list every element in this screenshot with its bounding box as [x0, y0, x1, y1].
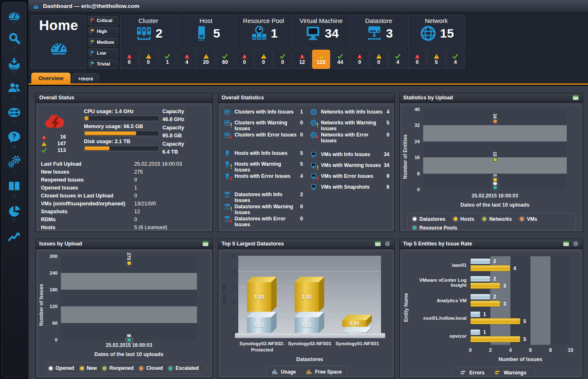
error-badge-icon	[315, 176, 319, 181]
import-icon	[7, 56, 22, 70]
sidebar-item-import[interactable]	[7, 56, 22, 81]
status-icon-column: 16 147 113	[41, 109, 81, 157]
sidebar-item-trends[interactable]	[7, 229, 22, 253]
cluster-card-button[interactable]: Cluster 2	[120, 15, 177, 48]
kv-row: Last Full Upload25.02.2015 16:00:03	[41, 160, 207, 168]
panel-overall-status: Overall Status 16 147 113 CPU usage: 1.4…	[35, 93, 213, 232]
sidebar-item-connections[interactable]	[7, 106, 22, 130]
cluster-warnings-cell[interactable]: 0	[139, 50, 158, 69]
legend-item-datastores[interactable]: Datastores	[413, 216, 445, 222]
kv-row: VMs (on/off/suspended/orphaned)13/21/0/0	[41, 200, 207, 208]
x-category-label: 25.02.2015 16:00:03	[423, 193, 567, 199]
resource-pool-ok-cell[interactable]: 0	[273, 50, 292, 69]
host-ok-cell[interactable]: 60	[216, 50, 234, 69]
book-icon	[7, 179, 22, 193]
network-card-button[interactable]: Network 15	[408, 15, 464, 48]
icon-reflection	[7, 243, 22, 248]
datastore-errors-cell[interactable]: 0	[351, 50, 369, 69]
seglab: 1.02	[295, 322, 319, 328]
legend-item-new[interactable]: New	[80, 365, 97, 371]
severity-critical[interactable]: Critical	[88, 16, 118, 25]
card-title: Datastore	[365, 17, 392, 24]
vm-warnings-cell-selected[interactable]: 122	[312, 50, 331, 69]
legend-item-closed[interactable]: Closed	[139, 365, 163, 371]
hb-xtick: 0	[469, 347, 472, 353]
bar-errors	[470, 258, 490, 264]
network-warnings-cell[interactable]: 5	[427, 50, 446, 69]
data-point-label: 0	[126, 334, 131, 337]
legend-item-vms[interactable]: VMs	[520, 216, 537, 222]
datastore-warnings-cell[interactable]: 0	[370, 50, 388, 69]
check-icon	[452, 53, 459, 59]
panel-title: Statistics by Upload	[403, 95, 570, 101]
virtual-machine-card-button[interactable]: Virtual Machine 34	[293, 15, 349, 48]
icon-reflection	[7, 119, 22, 124]
panel-title: Top 5 Largest Datastores	[222, 241, 372, 247]
legend-item-escalated[interactable]: Escalated	[169, 365, 199, 371]
vm-ok-cell[interactable]: 44	[331, 50, 349, 69]
data-point-label: 275	[126, 253, 131, 260]
sidebar-item-reports[interactable]	[7, 204, 22, 229]
sidebar-item-dashboard[interactable]	[7, 7, 22, 32]
datastores-plot: 0123451.021.931.021.930.050.44	[238, 256, 381, 333]
legend-item-errors[interactable]: Errors	[460, 369, 485, 376]
host-warnings-cell[interactable]: 20	[197, 50, 215, 69]
cluster-errors-cell[interactable]: 0	[120, 50, 139, 69]
vm-errors-cell[interactable]: 12	[293, 50, 311, 69]
table-view-icon[interactable]	[563, 240, 570, 247]
ytick: 120	[50, 304, 58, 309]
resource-pool-errors-cell[interactable]: 0	[235, 50, 254, 69]
network-ok-cell[interactable]: 4	[446, 50, 464, 69]
sidebar-item-settings[interactable]	[7, 155, 22, 179]
severity-high[interactable]: High	[88, 27, 118, 36]
sidebar-item-documentation[interactable]	[7, 179, 22, 204]
legend-item-usage[interactable]: Usage	[272, 369, 296, 375]
kv-row: Closed Issues in Last Upload0	[41, 192, 207, 200]
data-point-networks	[493, 158, 497, 162]
legend-item-networks[interactable]: Networks	[482, 216, 512, 222]
ytick: 180	[50, 287, 58, 292]
resource-pool-card-button[interactable]: Resource Pool 1	[235, 15, 292, 48]
legend-item-reopened[interactable]: Reopened	[103, 365, 134, 371]
host-card-button[interactable]: Host 5	[178, 15, 234, 48]
tab-strip: Overview +more	[28, 72, 588, 85]
tab-more[interactable]: +more	[72, 73, 99, 83]
host-errors-cell[interactable]: 4	[178, 50, 196, 69]
sidebar-item-help[interactable]	[7, 130, 22, 155]
tab-overview[interactable]: Overview	[31, 73, 71, 83]
cluster-ok-cell[interactable]: 1	[158, 50, 177, 69]
severity-low[interactable]: Low	[88, 48, 118, 58]
panel-title: Issues by Upload	[39, 241, 199, 247]
datastore-ok-cell[interactable]: 4	[389, 50, 407, 69]
x-axis-label: Datastores	[238, 356, 381, 362]
bar-warnings	[470, 301, 500, 307]
table-view-icon[interactable]	[572, 94, 579, 101]
gear-icon[interactable]	[384, 240, 391, 247]
legend-item-opened[interactable]: Opened	[49, 365, 74, 371]
legend-item-resource-pools[interactable]: Resource Pools	[413, 225, 457, 231]
severity-trivial[interactable]: Trivial	[88, 59, 118, 68]
table-view-icon[interactable]	[374, 240, 381, 247]
hb-val: 2	[493, 294, 496, 300]
warning-badge-icon	[230, 164, 233, 169]
home-tile[interactable]: Home	[31, 15, 86, 69]
status-key-values: Last Full Upload25.02.2015 16:00:03 New …	[41, 160, 207, 230]
network-errors-cell[interactable]: 0	[408, 50, 426, 69]
legend-item-warnings[interactable]: Warnings	[495, 369, 526, 376]
severity-medium[interactable]: Medium	[88, 38, 118, 47]
flag-icon	[90, 28, 96, 34]
error-badge-icon	[229, 135, 233, 140]
hb-val: 1	[483, 329, 486, 335]
stat-row: Clusters with Error Issues0	[223, 131, 303, 142]
table-view-icon[interactable]	[202, 240, 209, 247]
sidebar-item-users[interactable]	[7, 81, 22, 106]
resource-pool-warnings-cell[interactable]: 0	[255, 50, 273, 69]
datastore-card-button[interactable]: Datastore 3	[351, 15, 407, 48]
legend-item-hosts[interactable]: Hosts	[454, 216, 474, 222]
gear-icon[interactable]	[572, 240, 579, 247]
kv-row: Snapshots12	[41, 208, 207, 216]
legend-item-free-space[interactable]: Free Space	[306, 369, 342, 375]
sidebar-item-search[interactable]	[7, 32, 22, 56]
sidebar-inner	[2, 2, 27, 377]
statistics-by-upload-body: Number of Entities 08162432403515341 25.…	[401, 105, 581, 230]
